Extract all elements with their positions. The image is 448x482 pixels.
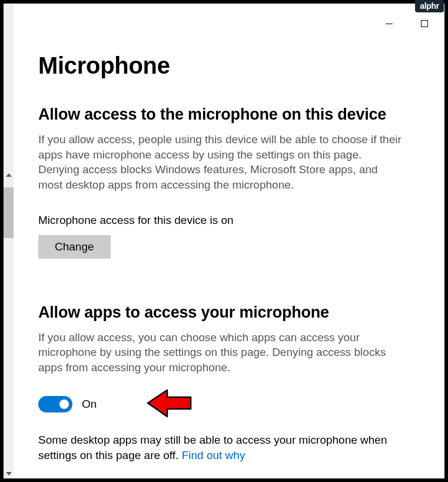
section-app-access-heading: Allow apps to access your microphone — [38, 303, 421, 322]
find-out-why-link[interactable]: Find out why — [182, 449, 245, 461]
change-button[interactable]: Change — [38, 235, 111, 259]
maximize-icon[interactable] — [421, 20, 428, 27]
scrollbar-thumb[interactable] — [4, 187, 14, 238]
toggle-knob — [59, 400, 69, 409]
toggle-state-label: On — [82, 398, 97, 411]
section-device-access-heading: Allow access to the microphone on this d… — [38, 105, 421, 124]
section-device-access-description: If you allow access, people using this d… — [38, 132, 403, 193]
annotation-arrow-icon — [145, 387, 195, 422]
device-access-status: Microphone access for this device is on — [38, 214, 421, 227]
scrollbar-arrow-up-icon[interactable] — [4, 170, 14, 180]
section-app-access-description: If you allow access, you can choose whic… — [38, 330, 403, 375]
page-title: Microphone — [38, 52, 421, 79]
footer-notice: Some desktop apps may still be able to a… — [38, 433, 421, 463]
window-frame: Microphone Allow access to the microphon… — [3, 3, 445, 479]
app-access-toggle[interactable] — [38, 396, 72, 412]
app-access-toggle-row: On — [38, 396, 421, 412]
settings-content: Microphone Allow access to the microphon… — [14, 4, 444, 478]
titlebar-controls — [386, 20, 428, 27]
vertical-scrollbar[interactable] — [4, 4, 14, 478]
watermark-badge: alphr — [415, 0, 444, 12]
minimize-icon[interactable] — [386, 24, 393, 24]
window-content: Microphone Allow access to the microphon… — [4, 4, 444, 478]
scrollbar-arrow-down-icon[interactable] — [4, 468, 14, 478]
